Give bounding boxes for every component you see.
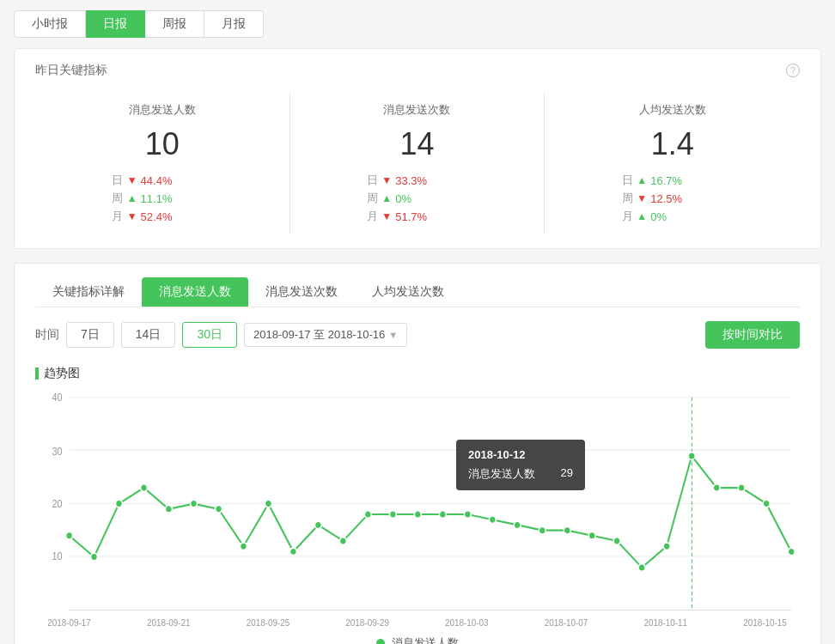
page-container: 小时报 日报 周报 月报 昨日关键指标 ? 消息发送人数 10 日 ▼ 44.4… [0,0,835,644]
change-row: 周 ▲ 11.1% [112,191,173,206]
tab-daily[interactable]: 日报 [86,10,145,38]
svg-point-16 [216,506,222,513]
svg-point-13 [141,484,148,492]
day-btn-30[interactable]: 30日 [182,322,237,348]
svg-point-26 [464,511,471,519]
chart-container: 40 20 10 30 2018-09-17 2018-09-21 [35,388,800,629]
change-row: 日 ▲ 16.7% [621,173,682,188]
detail-card: 关键指标详解 消息发送人数 消息发送次数 人均发送次数 时间 7日 14日 30… [14,263,821,644]
metric-label-1: 消息发送次数 [290,102,545,118]
svg-text:2018-09-17: 2018-09-17 [47,617,91,627]
svg-text:10: 10 [52,551,63,562]
svg-point-21 [339,538,346,545]
change-row: 月 ▼ 51.7% [366,209,427,224]
svg-point-24 [414,511,421,519]
svg-text:2018-10-15: 2018-10-15 [743,617,787,627]
svg-point-34 [663,543,670,550]
chart-title-text: 趋势图 [35,366,800,381]
svg-point-31 [588,532,595,539]
day-btn-7[interactable]: 7日 [66,322,114,348]
svg-text:20: 20 [52,499,63,510]
svg-point-11 [91,553,98,561]
svg-point-35 [688,453,695,460]
tab-hourly[interactable]: 小时报 [14,10,86,38]
change-row: 日 ▼ 44.4% [112,173,173,188]
detail-tab-count[interactable]: 消息发送次数 [248,277,355,307]
compare-button[interactable]: 按时间对比 [705,321,800,349]
svg-text:30: 30 [52,446,63,457]
legend-dot [376,639,385,644]
svg-point-10 [66,532,73,539]
change-row: 月 ▲ 0% [621,209,667,224]
metric-changes-2: 日 ▲ 16.7% 周 ▼ 12.5% 月 ▲ 0% [545,173,800,224]
svg-point-14 [165,506,172,513]
svg-point-30 [564,526,570,534]
line-chart-svg: 40 20 10 30 2018-09-17 2018-09-21 [35,388,800,629]
change-row: 周 ▲ 0% [366,191,411,206]
metric-value-2: 1.4 [545,126,800,162]
svg-point-18 [265,500,271,507]
metric-avg-count: 人均发送次数 1.4 日 ▲ 16.7% 周 ▼ 12.5% 月 [545,92,800,234]
svg-point-23 [389,511,396,519]
svg-point-36 [713,484,720,492]
filter-label: 时间 [35,327,59,343]
yesterday-card-title: 昨日关键指标 ? [35,63,800,78]
metric-changes-1: 日 ▼ 33.3% 周 ▲ 0% 月 ▼ 51.7% [290,173,545,224]
svg-point-33 [638,564,645,572]
svg-point-22 [364,511,371,519]
metric-message-senders: 消息发送人数 10 日 ▼ 44.4% 周 ▲ 11.1% 月 [35,92,290,234]
metrics-grid: 消息发送人数 10 日 ▼ 44.4% 周 ▲ 11.1% 月 [35,92,800,234]
metric-label-2: 人均发送次数 [545,102,800,118]
help-icon[interactable]: ? [786,64,800,77]
change-row: 月 ▼ 52.4% [112,209,173,224]
tab-monthly[interactable]: 月报 [204,10,264,38]
svg-point-19 [290,548,296,556]
metric-label-0: 消息发送人数 [35,102,290,118]
svg-text:2018-09-29: 2018-09-29 [345,617,389,627]
svg-text:2018-10-07: 2018-10-07 [545,617,588,627]
svg-point-29 [539,526,545,534]
filter-row: 时间 7日 14日 30日 2018-09-17 至 2018-10-16 ▼ … [35,321,800,349]
metric-changes-0: 日 ▼ 44.4% 周 ▲ 11.1% 月 ▼ 52.4% [35,173,290,224]
chart-legend: 消息发送人数 [35,635,800,644]
svg-text:2018-09-21: 2018-09-21 [147,617,191,627]
detail-tab-senders[interactable]: 消息发送人数 [142,277,248,307]
tab-bar: 小时报 日报 周报 月报 [0,0,835,48]
change-row: 日 ▼ 33.3% [366,173,427,188]
svg-point-25 [439,511,446,519]
svg-point-20 [314,521,321,529]
svg-text:40: 40 [52,392,63,404]
svg-point-37 [738,484,745,492]
svg-point-32 [613,538,620,545]
svg-point-12 [116,500,123,507]
svg-point-27 [489,516,496,524]
detail-tab-avg[interactable]: 人均发送次数 [355,277,461,307]
detail-tab-overview[interactable]: 关键指标详解 [35,277,142,307]
tab-weekly[interactable]: 周报 [145,10,204,38]
svg-point-28 [514,521,521,529]
svg-text:2018-10-03: 2018-10-03 [445,617,489,627]
svg-text:2018-10-11: 2018-10-11 [643,617,687,627]
metric-value-0: 10 [35,126,290,162]
legend-label: 消息发送人数 [392,635,459,644]
yesterday-metrics-card: 昨日关键指标 ? 消息发送人数 10 日 ▼ 44.4% 周 ▲ 11.1% [14,48,821,249]
metric-value-1: 14 [290,126,545,162]
metric-message-count: 消息发送次数 14 日 ▼ 33.3% 周 ▲ 0% 月 ▼ [290,92,545,234]
day-btn-14[interactable]: 14日 [121,322,176,348]
date-range-text: 2018-09-17 至 2018-10-16 [253,327,385,343]
date-range-picker[interactable]: 2018-09-17 至 2018-10-16 ▼ [244,323,407,347]
svg-point-17 [241,543,247,550]
svg-text:2018-09-25: 2018-09-25 [247,617,290,627]
dropdown-icon: ▼ [388,330,398,340]
svg-point-38 [763,500,770,507]
svg-point-39 [788,548,795,556]
change-row: 周 ▼ 12.5% [621,191,682,206]
svg-point-15 [191,500,198,507]
detail-tabs: 关键指标详解 消息发送人数 消息发送次数 人均发送次数 [35,277,800,307]
